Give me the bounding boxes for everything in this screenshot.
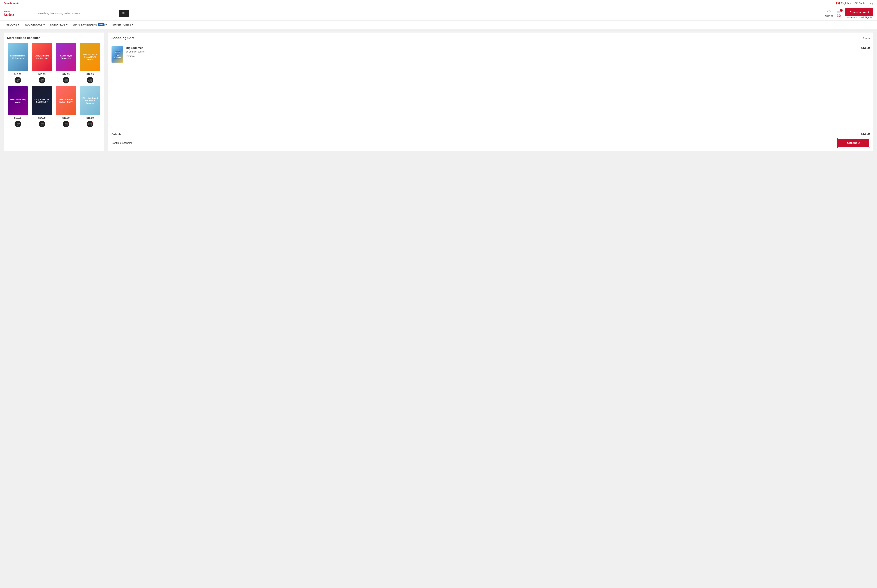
signin-link[interactable]: Sign in: [865, 16, 872, 19]
add-to-cart-button[interactable]: +🛒: [63, 121, 69, 127]
cart-plus-icon: +🛒: [87, 122, 93, 126]
add-to-cart-button[interactable]: +🛒: [15, 77, 21, 83]
book-cover[interactable]: Emily Giffin the lies that bind: [32, 43, 52, 71]
nav-kobo-plus[interactable]: KOBO PLUS ▾: [48, 21, 70, 28]
cart-actions: Continue shopping Checkout: [111, 138, 870, 148]
cart-badge: 1: [840, 9, 842, 12]
wishlist-button[interactable]: ♡ Wishlist: [825, 10, 833, 17]
language-label: English: [841, 2, 849, 4]
checkout-button[interactable]: Checkout: [838, 138, 870, 148]
cart-book-cover: Jennifer Weiner BigSummer: [111, 46, 123, 63]
book-price: $18.99: [87, 117, 94, 119]
chevron-down-icon: ▾: [132, 23, 133, 26]
book-cover[interactable]: Kevin Kwan Sexy Vanity: [8, 86, 28, 115]
subtotal-label: Subtotal: [111, 132, 122, 136]
add-to-cart-button[interactable]: +🛒: [87, 121, 93, 127]
account-section: Create account Have an account? Sign in: [845, 8, 873, 19]
gift-cards-link[interactable]: Gift Cards: [854, 2, 865, 4]
cart-plus-icon: +🛒: [87, 79, 93, 82]
book-price: $14.99: [62, 73, 70, 75]
main-header: Rakuten kobo 🔍 ♡ Wishlist 🛒 1 Cart Creat…: [0, 6, 877, 21]
flag-icon: 🇨🇦: [836, 1, 840, 5]
add-to-cart-button[interactable]: +🛒: [39, 121, 45, 127]
search-bar: 🔍: [35, 10, 129, 17]
cart-header: Shopping Cart 1 item: [111, 36, 870, 43]
cart-plus-icon: +🛒: [15, 79, 20, 82]
book-price: $16.99: [38, 73, 45, 75]
remove-button[interactable]: Remove: [126, 55, 135, 57]
book-price: $16.99: [14, 117, 21, 119]
language-selector[interactable]: 🇨🇦 English ▾: [836, 1, 851, 5]
cart-title: Shopping Cart: [111, 36, 134, 40]
heart-icon: ♡: [827, 10, 831, 15]
add-to-cart-button[interactable]: +🛒: [39, 77, 45, 83]
book-item: Emily Giffin the lies that bind$16.99+🛒: [31, 43, 53, 83]
chevron-down-icon: ▾: [18, 23, 19, 26]
book-price: $11.99: [62, 117, 70, 119]
nav-super-points[interactable]: SUPER POINTS ▾: [110, 21, 136, 28]
main-content: More titles to consider Elin Hilderbrand…: [0, 29, 877, 155]
book-cover[interactable]: EMMA STRAUB ALL ADULTS HERE: [80, 43, 100, 71]
logo[interactable]: Rakuten kobo: [4, 10, 32, 17]
cart-footer: Subtotal $13.99 Continue shopping Checko…: [111, 129, 870, 148]
titles-panel: More titles to consider Elin Hilderbrand…: [4, 33, 104, 151]
cart-plus-icon: +🛒: [63, 122, 69, 126]
book-item: Elin Hilderbrand Troubles in Paradise$18…: [80, 86, 101, 127]
search-button[interactable]: 🔍: [119, 10, 129, 17]
wishlist-label: Wishlist: [825, 15, 833, 17]
cart-plus-icon: +🛒: [39, 122, 44, 126]
titles-heading: More titles to consider: [7, 36, 101, 40]
search-icon: 🔍: [122, 12, 126, 15]
subtotal-row: Subtotal $13.99: [111, 132, 870, 136]
book-cover[interactable]: Elin Hilderbrand Troubles in Paradise: [80, 86, 100, 115]
nav-apps-ereaders[interactable]: APPS & eREADERS SALE ▾: [70, 21, 110, 28]
cart-plus-icon: +🛒: [63, 79, 69, 82]
book-item: marian keyes Grown Ups$14.99+🛒: [56, 43, 77, 83]
book-price: $14.99: [38, 117, 45, 119]
add-to-cart-button[interactable]: +🛒: [63, 77, 69, 83]
search-input[interactable]: [35, 10, 119, 17]
cart-book-price: $13.99: [861, 46, 870, 50]
nav-audiobooks[interactable]: AUDIOBOOKS ▾: [22, 21, 47, 28]
header-actions: ♡ Wishlist 🛒 1 Cart Create account Have …: [825, 8, 873, 19]
cart-plus-icon: +🛒: [15, 122, 20, 126]
book-item: Elin Hilderbrand 28 Summers$18.99+🛒: [7, 43, 29, 83]
cart-item-count: 1 item: [863, 37, 870, 39]
book-item: Lucy Foley THE GUEST LIST$14.99+🛒: [31, 86, 53, 127]
add-to-cart-button[interactable]: +🛒: [87, 77, 93, 83]
book-price: $16.99: [87, 73, 94, 75]
cart-book-author: by Jennifer Weiner: [126, 50, 858, 53]
book-cover[interactable]: marian keyes Grown Ups: [56, 43, 76, 71]
chevron-down-icon: ▾: [66, 23, 68, 26]
book-price: $18.99: [14, 73, 21, 75]
book-cover[interactable]: BEACH READ EMILY HENRY: [56, 86, 76, 115]
cart-plus-icon: +🛒: [39, 79, 44, 82]
chevron-down-icon: ▾: [850, 2, 851, 4]
book-cover[interactable]: Elin Hilderbrand 28 Summers: [8, 43, 28, 71]
promo-bar: Earn Rewards 🇨🇦 English ▾ Gift Cards Hel…: [0, 0, 877, 6]
continue-shopping-button[interactable]: Continue shopping: [111, 141, 132, 144]
book-item: EMMA STRAUB ALL ADULTS HERE$16.99+🛒: [80, 43, 101, 83]
cart-book-title: Big Summer: [126, 46, 858, 50]
book-item: BEACH READ EMILY HENRY$11.99+🛒: [56, 86, 77, 127]
book-item: Kevin Kwan Sexy Vanity$16.99+🛒: [7, 86, 29, 127]
signin-prompt: Have an account? Sign in: [845, 16, 873, 19]
help-link[interactable]: Help: [868, 2, 873, 4]
nav-bar: eBOOKS ▾ AUDIOBOOKS ▾ KOBO PLUS ▾ APPS &…: [0, 21, 877, 29]
chevron-down-icon: ▾: [105, 23, 107, 26]
cart-button[interactable]: 🛒 1 Cart: [836, 10, 842, 17]
create-account-button[interactable]: Create account: [845, 8, 873, 16]
add-to-cart-button[interactable]: +🛒: [15, 121, 21, 127]
earn-rewards-link[interactable]: Earn Rewards: [4, 2, 19, 4]
nav-ebooks[interactable]: eBOOKS ▾: [4, 21, 22, 28]
book-cover[interactable]: Lucy Foley THE GUEST LIST: [32, 86, 52, 115]
chevron-down-icon: ▾: [44, 23, 45, 26]
cart-book-info: Big Summer by Jennifer Weiner Remove: [126, 46, 858, 57]
sale-badge: SALE: [98, 23, 105, 26]
subtotal-amount: $13.99: [861, 132, 870, 136]
cart-item: Jennifer Weiner BigSummer Big Summer by …: [111, 46, 870, 66]
cart-label: Cart: [837, 15, 841, 17]
cart-panel: Shopping Cart 1 item Jennifer Weiner Big…: [108, 33, 873, 151]
books-grid: Elin Hilderbrand 28 Summers$18.99+🛒Emily…: [7, 43, 101, 127]
